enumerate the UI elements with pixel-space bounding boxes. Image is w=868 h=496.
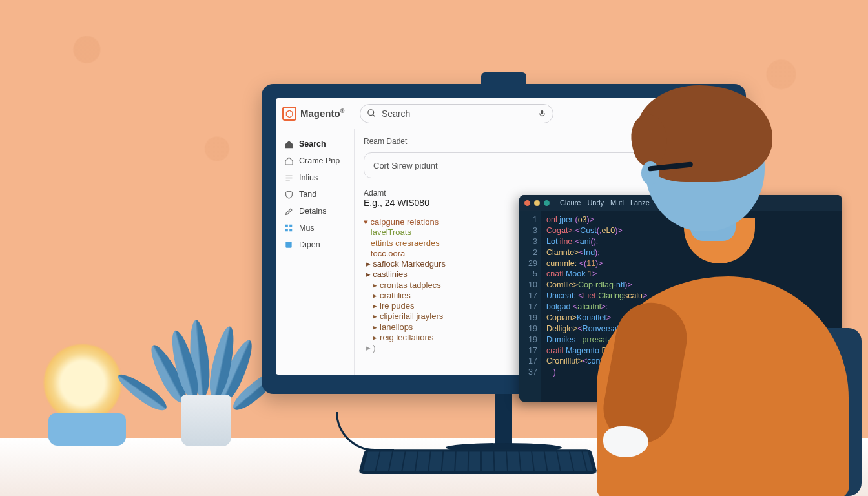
sidebar-item-search[interactable]: Search bbox=[276, 136, 354, 152]
svg-line-1 bbox=[373, 114, 375, 116]
sidebar: SearchCrame PnpInliusTandDetainsMusDipen bbox=[276, 129, 355, 375]
svg-rect-2 bbox=[541, 110, 543, 114]
desk-lamp-base bbox=[48, 413, 126, 446]
svg-rect-12 bbox=[285, 242, 291, 247]
line-number: 29 bbox=[519, 258, 537, 269]
svg-rect-11 bbox=[289, 229, 292, 231]
maximize-icon[interactable] bbox=[544, 200, 550, 206]
line-number: 17 bbox=[519, 356, 537, 367]
grid-icon bbox=[284, 223, 294, 233]
sidebar-item-crame-pnp[interactable]: Crame Pnp bbox=[276, 152, 354, 169]
shield-icon bbox=[284, 189, 294, 200]
svg-rect-8 bbox=[285, 225, 288, 227]
line-number: 5 bbox=[519, 269, 537, 280]
sidebar-item-mus[interactable]: Mus bbox=[276, 220, 354, 236]
svg-point-0 bbox=[368, 110, 374, 116]
search-placeholder: Search bbox=[382, 108, 533, 119]
svg-rect-9 bbox=[289, 225, 292, 227]
sidebar-item-tand[interactable]: Tand bbox=[276, 186, 354, 203]
pencil-icon bbox=[284, 206, 294, 216]
home-icon bbox=[284, 139, 294, 149]
lines-icon bbox=[284, 172, 294, 183]
sidebar-item-label: Mus bbox=[299, 223, 315, 233]
sidebar-item-label: Inlius bbox=[299, 173, 318, 183]
line-number: 19 bbox=[519, 324, 537, 335]
brand-reg: ® bbox=[340, 108, 345, 114]
line-number: 17 bbox=[519, 291, 537, 302]
sidebar-item-label: Crame Pnp bbox=[299, 156, 340, 166]
sidebar-item-inlius[interactable]: Inlius bbox=[276, 169, 354, 186]
minimize-icon[interactable] bbox=[534, 200, 540, 206]
sidebar-item-dipen[interactable]: Dipen bbox=[276, 236, 354, 253]
line-number: 19 bbox=[519, 313, 537, 324]
line-number: 3 bbox=[519, 225, 537, 236]
search-input[interactable]: Search bbox=[360, 104, 553, 123]
line-number: 17 bbox=[519, 302, 537, 313]
magento-logo-icon: ⬡ bbox=[282, 107, 296, 121]
line-number: 3 bbox=[519, 236, 537, 247]
line-number: 1 bbox=[519, 214, 537, 225]
primary-input-text: Cort Sirew pidunt bbox=[373, 161, 438, 170]
line-gutter: 1332295101717191919171737 bbox=[519, 211, 541, 402]
line-number: 10 bbox=[519, 280, 537, 291]
brand: ⬡ Magento® bbox=[282, 107, 353, 121]
developer-illustration bbox=[571, 173, 842, 496]
home-outline-icon bbox=[284, 156, 294, 166]
box-icon bbox=[284, 240, 294, 250]
plant bbox=[149, 267, 258, 435]
keyboard bbox=[358, 449, 598, 474]
close-icon[interactable] bbox=[524, 200, 530, 206]
search-icon bbox=[367, 108, 377, 118]
line-number: 37 bbox=[519, 367, 537, 378]
line-number: 2 bbox=[519, 247, 537, 258]
sidebar-item-label: Search bbox=[299, 140, 326, 149]
mic-icon[interactable] bbox=[538, 108, 546, 119]
sidebar-item-label: Tand bbox=[299, 190, 316, 200]
sidebar-item-detains[interactable]: Detains bbox=[276, 203, 354, 220]
sidebar-item-label: Dipen bbox=[299, 240, 320, 250]
sidebar-item-label: Detains bbox=[299, 207, 326, 216]
desk-lamp-glow bbox=[44, 344, 121, 422]
line-number: 19 bbox=[519, 335, 537, 346]
svg-rect-10 bbox=[285, 229, 288, 231]
brand-name: Magento bbox=[300, 108, 340, 119]
line-number: 17 bbox=[519, 346, 537, 356]
